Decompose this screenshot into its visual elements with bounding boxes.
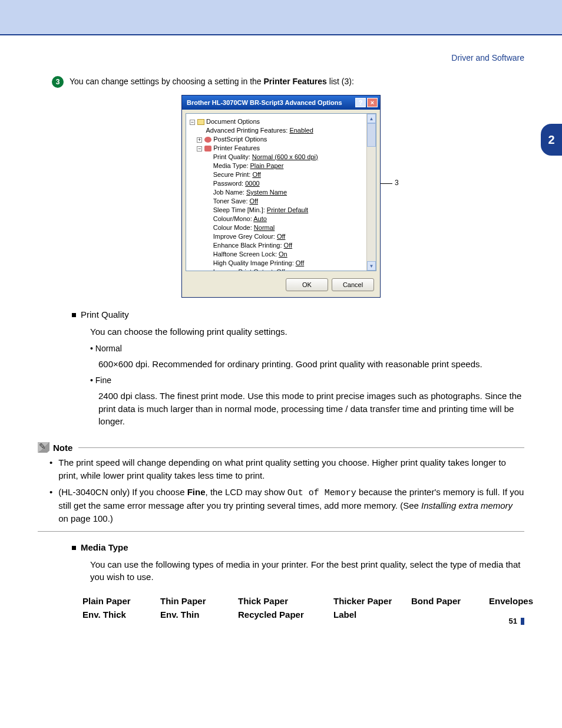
scrollbar[interactable]: ▲ ▼ [366,114,376,271]
media-type-item: Recycled Paper [238,610,333,620]
note-end-rule [38,531,524,532]
sub-fine-name: Fine [95,375,111,385]
tree-indent [190,232,213,241]
tree-value[interactable]: Off [277,233,285,240]
tree-value[interactable]: Normal [254,224,275,231]
media-type-item: Env. Thin [160,610,238,620]
tree-label: Colour Mode: [213,224,252,231]
tree-value[interactable]: Auto [253,215,267,222]
dialog-wrap: Brother HL-3070CW BR-Script3 Advanced Op… [38,95,524,298]
tree-label: Media Type: [213,162,249,169]
tree-value[interactable]: Off [296,259,304,266]
tree-feature-row[interactable]: High Quality Image Printing: Off [190,259,373,268]
media-type-item: Thin Paper [160,596,238,606]
chapter-tab: 2 [541,124,562,156]
tree-label: Advanced Printing Features: [206,127,288,134]
tree-value[interactable]: Printer Default [267,206,308,213]
page-number: 51 [509,617,524,625]
tree-value[interactable]: 0000 [245,180,259,187]
tree-indent [190,250,213,259]
tree-feature-row[interactable]: Improve Grey Colour: Off [190,232,373,241]
options-tree[interactable]: −Document Options Advanced Printing Feat… [186,114,376,271]
tree-indent [190,188,213,197]
media-type-title: Media Type [81,542,524,552]
note2-link: Installing extra memory [421,500,513,510]
step-text: You can change settings by choosing a se… [70,75,354,88]
cancel-button[interactable]: Cancel [332,278,374,291]
note-item-2: (HL-3040CN only) If you choose Fine, the… [49,486,524,525]
sub-normal-name: Normal [95,344,122,353]
titlebar-buttons: ? × [355,98,378,107]
tree-indent [190,259,213,268]
collapse-icon[interactable]: − [190,120,195,125]
tree-feature-row[interactable]: Improve Print Output: Off [190,268,373,271]
media-type-item: Label [333,610,411,620]
print-quality-section: Print Quality You can choose the followi… [72,309,524,433]
tree-feature-row[interactable]: Secure Print: Off [190,170,373,179]
tree-apf[interactable]: Advanced Printing Features: Enabled [190,126,373,135]
tree-value[interactable]: Normal (600 x 600 dpi) [252,153,318,160]
close-icon[interactable]: × [367,98,378,107]
scroll-up-icon[interactable]: ▲ [367,114,376,123]
media-type-item: Thicker Paper [333,596,411,606]
step-bold: Printer Features [264,77,327,86]
media-type-item: Bond Paper [411,596,489,606]
note2-c: , the LCD may show [206,487,287,497]
tree-value[interactable]: Off [284,242,292,249]
tree-indent [190,179,213,188]
tree-printer-features[interactable]: −Printer Features [190,144,373,153]
scroll-track[interactable] [367,147,376,261]
tree-feature-row[interactable]: Toner Save: Off [190,197,373,206]
step-prefix: You can change settings by choosing a se… [70,77,264,86]
help-icon[interactable]: ? [355,98,366,107]
tree-feature-row[interactable]: Print Quality: Normal (600 x 600 dpi) [190,153,373,162]
media-type-item: Thick Paper [238,596,333,606]
page-number-value: 51 [509,617,517,625]
ok-button[interactable]: OK [286,278,328,291]
page-content: 3 You can change settings by choosing a … [0,75,562,643]
sub-fine: Fine [90,375,524,385]
tree-value[interactable]: Enabled [289,127,313,134]
tree-label: Halftone Screen Lock: [213,251,277,258]
tree-label: Sleep Time [Min.]: [213,206,265,213]
tree-label: Document Options [206,118,260,125]
tree-feature-row[interactable]: Password: 0000 [190,179,373,188]
tree-feature-row[interactable]: Colour Mode: Normal [190,223,373,232]
tree-value[interactable]: Plain Paper [250,162,284,169]
tree-value[interactable]: Off [276,268,285,271]
note-icon [38,442,49,453]
tree-feature-row[interactable]: Job Name: System Name [190,188,373,197]
tree-feature-row[interactable]: Halftone Screen Lock: On [190,250,373,259]
tree-indent [190,206,213,215]
note2-a: (HL-3040CN only) If you choose [58,487,187,497]
tree-feature-row[interactable]: Sleep Time [Min.]: Printer Default [190,206,373,215]
tree-value[interactable]: On [279,251,287,258]
tree-value[interactable]: System Name [246,189,287,196]
print-quality-desc: You can choose the following print quali… [90,325,524,338]
tree-indent [190,197,213,206]
note2-mono: Out of Memory [287,488,356,498]
collapse-icon[interactable]: − [197,146,202,151]
dialog-footer: OK Cancel [182,275,380,297]
note-rule [78,447,524,448]
tree-indent [190,223,213,232]
tree-postscript[interactable]: +PostScript Options [190,135,373,144]
tree-label: Printer Features [213,144,260,151]
sub-fine-desc: 2400 dpi class. The finest print mode. U… [98,390,524,428]
scroll-thumb[interactable] [367,123,376,147]
tree-feature-row[interactable]: Media Type: Plain Paper [190,162,373,170]
section-header: Driver and Software [0,35,562,68]
tree-value[interactable]: Off [250,197,258,205]
tree-feature-row[interactable]: Colour/Mono: Auto [190,215,373,223]
tree-value[interactable]: Off [252,171,260,178]
tree-label: Improve Grey Colour: [213,233,275,240]
step-suffix: list (3): [327,77,354,86]
page-number-bar [521,618,524,625]
print-quality-title: Print Quality [81,309,524,319]
expand-icon[interactable]: + [197,137,202,143]
tree-document-options[interactable]: −Document Options [190,117,373,126]
scroll-down-icon[interactable]: ▼ [367,261,376,271]
dialog-titlebar: Brother HL-3070CW BR-Script3 Advanced Op… [182,95,380,110]
tree-feature-row[interactable]: Enhance Black Printing: Off [190,241,373,250]
tree-label: Enhance Black Printing: [213,242,282,249]
